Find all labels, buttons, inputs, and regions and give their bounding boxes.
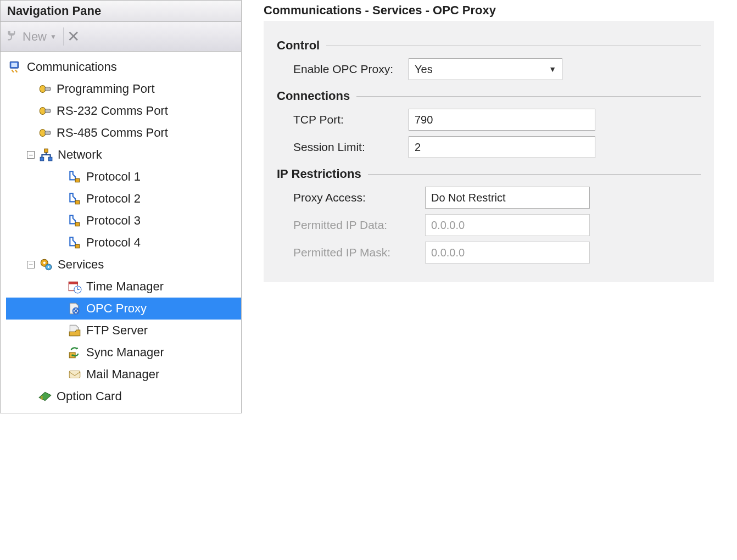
tree-label: Protocol 2 xyxy=(86,192,141,206)
protocol-icon xyxy=(68,170,82,184)
svg-rect-3 xyxy=(45,87,51,91)
svg-rect-5 xyxy=(45,109,51,113)
tree-item-mail-manager[interactable]: Mail Manager xyxy=(6,363,241,385)
network-icon xyxy=(39,148,53,162)
divider xyxy=(356,96,701,97)
svg-rect-13 xyxy=(75,222,80,226)
svg-rect-14 xyxy=(75,244,80,248)
breadcrumb: Communications - Services - OPC Proxy xyxy=(264,0,737,19)
new-button-label: New xyxy=(23,30,47,44)
chevron-down-icon: ▼ xyxy=(549,65,556,74)
tree-label: Time Manager xyxy=(86,279,164,294)
port-icon xyxy=(38,82,52,96)
tree-item-rs232-port[interactable]: RS-232 Comms Port xyxy=(6,100,241,122)
field-label: Proxy Access: xyxy=(293,191,425,204)
tcp-port-input[interactable]: 790 xyxy=(409,109,595,131)
collapse-icon[interactable]: − xyxy=(27,261,35,268)
tree-label: Protocol 1 xyxy=(86,170,141,184)
plug-icon xyxy=(5,30,19,44)
input-value: 790 xyxy=(415,114,433,126)
tree-item-protocol-2[interactable]: Protocol 2 xyxy=(6,188,241,210)
field-session-limit: Session Limit: 2 xyxy=(293,136,701,158)
tree-label: Network xyxy=(58,148,102,162)
tree-label: Protocol 3 xyxy=(86,214,141,228)
section-ip-restrictions: IP Restrictions xyxy=(277,167,701,181)
tree-label: FTP Server xyxy=(86,323,148,338)
field-label: Session Limit: xyxy=(293,141,409,154)
svg-point-18 xyxy=(48,266,49,268)
svg-rect-8 xyxy=(44,149,48,153)
field-proxy-access: Proxy Access: Do Not Restrict xyxy=(293,187,701,209)
tree-label: RS-485 Comms Port xyxy=(57,126,168,140)
communications-icon xyxy=(8,60,23,74)
permitted-ip-mask-input: 0.0.0.0 xyxy=(425,242,590,264)
svg-rect-11 xyxy=(75,178,80,182)
tree-item-protocol-1[interactable]: Protocol 1 xyxy=(6,166,241,188)
svg-point-17 xyxy=(43,262,46,264)
navigation-pane-title: Navigation Pane xyxy=(1,1,241,22)
new-button[interactable]: New ▼ xyxy=(5,30,57,44)
sync-icon xyxy=(68,345,82,360)
section-connections: Connections xyxy=(277,89,701,103)
tree-item-opc-proxy[interactable]: OPC Proxy xyxy=(6,298,241,320)
proxy-access-select[interactable]: Do Not Restrict xyxy=(425,187,590,209)
tree-label: Option Card xyxy=(57,389,122,404)
svg-rect-20 xyxy=(69,282,77,284)
tree-item-programming-port[interactable]: Programming Port xyxy=(6,78,241,100)
tree-item-communications[interactable]: Communications xyxy=(6,56,241,78)
tree-label: OPC Proxy xyxy=(86,301,147,316)
protocol-icon xyxy=(68,214,82,228)
navigation-toolbar: New ▼ ✕ xyxy=(1,22,241,52)
svg-rect-12 xyxy=(75,200,80,204)
delete-button[interactable]: ✕ xyxy=(63,27,83,46)
tree-item-protocol-4[interactable]: Protocol 4 xyxy=(6,232,241,254)
divider xyxy=(326,46,701,46)
field-permitted-ip-data: Permitted IP Data: 0.0.0.0 xyxy=(293,214,701,236)
services-icon xyxy=(39,257,53,272)
field-permitted-ip-mask: Permitted IP Mask: 0.0.0.0 xyxy=(293,242,701,264)
close-icon: ✕ xyxy=(67,28,80,45)
collapse-icon[interactable]: − xyxy=(27,151,35,159)
tree-item-ftp-server[interactable]: FTP Server xyxy=(6,320,241,341)
session-limit-input[interactable]: 2 xyxy=(409,136,595,158)
tree-label: RS-232 Comms Port xyxy=(57,104,168,118)
section-title: Connections xyxy=(277,89,350,103)
select-value: Do Not Restrict xyxy=(431,192,506,204)
tree-item-protocol-3[interactable]: Protocol 3 xyxy=(6,210,241,232)
chevron-down-icon: ▼ xyxy=(50,33,57,41)
tree: Communications Programming Port RS-232 C… xyxy=(1,52,241,413)
tree-label: Sync Manager xyxy=(86,345,164,360)
opc-proxy-icon xyxy=(68,301,82,316)
enable-opc-proxy-select[interactable]: Yes ▼ xyxy=(409,58,562,80)
port-icon xyxy=(38,104,52,118)
section-control: Control xyxy=(277,38,701,53)
tree-item-services[interactable]: − Services xyxy=(6,254,241,276)
tree-item-network[interactable]: − Network xyxy=(6,144,241,166)
field-tcp-port: TCP Port: 790 xyxy=(293,109,701,131)
calendar-clock-icon xyxy=(68,279,82,294)
tree-item-time-manager[interactable]: Time Manager xyxy=(6,276,241,298)
input-value: 2 xyxy=(415,141,421,154)
tree-label: Communications xyxy=(27,60,117,74)
section-title: Control xyxy=(277,38,320,53)
input-value: 0.0.0.0 xyxy=(431,247,465,259)
tree-item-option-card[interactable]: Option Card xyxy=(6,385,241,407)
field-label: Enable OPC Proxy: xyxy=(293,63,409,76)
tree-label: Services xyxy=(58,257,104,272)
tree-item-sync-manager[interactable]: Sync Manager xyxy=(6,341,241,363)
field-label: TCP Port: xyxy=(293,113,409,126)
svg-rect-10 xyxy=(48,157,52,161)
field-enable-opc-proxy: Enable OPC Proxy: Yes ▼ xyxy=(293,58,701,80)
option-card-icon xyxy=(38,389,52,404)
panel-body: Control Enable OPC Proxy: Yes ▼ Connecti… xyxy=(264,21,714,282)
field-label: Permitted IP Data: xyxy=(293,219,425,232)
svg-rect-9 xyxy=(40,157,44,161)
permitted-ip-data-input: 0.0.0.0 xyxy=(425,214,590,236)
field-label: Permitted IP Mask: xyxy=(293,246,425,259)
tree-label: Mail Manager xyxy=(86,367,159,382)
divider xyxy=(368,174,701,175)
tree-label: Protocol 4 xyxy=(86,236,141,250)
navigation-pane: Navigation Pane New ▼ ✕ Communications P… xyxy=(0,0,242,413)
tree-item-rs485-port[interactable]: RS-485 Comms Port xyxy=(6,122,241,144)
section-title: IP Restrictions xyxy=(277,167,361,181)
